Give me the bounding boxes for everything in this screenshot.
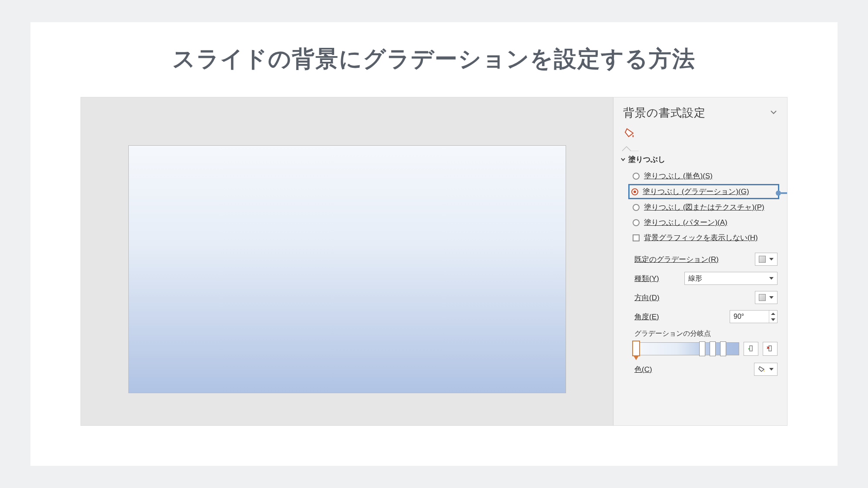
svg-rect-2 bbox=[750, 346, 752, 351]
gradient-direction-dropdown[interactable] bbox=[755, 291, 778, 304]
step-callout: 3 bbox=[778, 181, 787, 205]
dropdown-arrow-icon bbox=[769, 296, 774, 299]
gradient-angle-label: 角度(E) bbox=[634, 312, 659, 322]
format-background-pane: 背景の書式設定 塗りつぶし 塗 bbox=[613, 97, 787, 425]
swatch-icon bbox=[759, 294, 766, 301]
gradient-stops-label: グラデーションの分岐点 bbox=[634, 329, 778, 338]
dropdown-arrow-icon bbox=[769, 277, 774, 280]
radio-icon bbox=[633, 173, 640, 180]
preset-gradient-dropdown[interactable] bbox=[755, 253, 778, 266]
gradient-controls: 既定のグラデーション(R) 種類(Y) 線形 方向(D) bbox=[634, 253, 778, 376]
checkbox-label: 背景グラフィックを表示しない(H) bbox=[644, 233, 758, 243]
checkbox-hide-background-graphics[interactable]: 背景グラフィックを表示しない(H) bbox=[630, 231, 778, 245]
radio-icon bbox=[633, 204, 640, 211]
gradient-stops-slider[interactable] bbox=[634, 342, 739, 355]
svg-marker-8 bbox=[759, 367, 764, 371]
gradient-type-value: 線形 bbox=[688, 274, 702, 283]
radio-picture-fill[interactable]: 塗りつぶし (図またはテクスチャ)(P) bbox=[630, 200, 778, 214]
spinner-up-icon[interactable] bbox=[769, 311, 777, 317]
preset-gradient-label: 既定のグラデーション(R) bbox=[634, 254, 719, 264]
fill-options-group: 塗りつぶし (単色)(S) 塗りつぶし (グラデーション)(G) 塗りつぶし (… bbox=[630, 169, 778, 245]
collapse-pane-button[interactable] bbox=[770, 108, 778, 118]
radio-gradient-fill[interactable]: 塗りつぶし (グラデーション)(G) bbox=[628, 184, 779, 199]
radio-icon bbox=[633, 219, 640, 226]
gradient-stop-handle[interactable] bbox=[720, 341, 726, 356]
slide-canvas[interactable] bbox=[128, 145, 566, 393]
radio-solid-fill[interactable]: 塗りつぶし (単色)(S) bbox=[630, 169, 778, 183]
radio-label: 塗りつぶし (図またはテクスチャ)(P) bbox=[644, 202, 764, 212]
radio-label: 塗りつぶし (グラデーション)(G) bbox=[643, 187, 749, 197]
radio-pattern-fill[interactable]: 塗りつぶし (パターン)(A) bbox=[630, 215, 778, 230]
checkbox-icon bbox=[633, 234, 640, 241]
fill-bucket-icon[interactable] bbox=[623, 127, 636, 140]
gradient-direction-label: 方向(D) bbox=[634, 293, 660, 303]
gradient-stop-handle[interactable] bbox=[710, 341, 716, 356]
gradient-angle-value: 90° bbox=[730, 313, 769, 321]
gradient-color-label: 色(C) bbox=[634, 364, 652, 374]
add-gradient-stop-button[interactable] bbox=[744, 342, 758, 356]
radio-label: 塗りつぶし (パターン)(A) bbox=[644, 217, 727, 227]
remove-gradient-stop-button[interactable] bbox=[763, 342, 778, 356]
paint-bucket-icon bbox=[758, 365, 766, 373]
svg-marker-0 bbox=[625, 129, 633, 137]
gradient-stop-handle[interactable] bbox=[632, 341, 640, 356]
gradient-type-dropdown[interactable]: 線形 bbox=[684, 272, 778, 285]
tab-caret-icon bbox=[621, 146, 778, 152]
spinner-down-icon[interactable] bbox=[769, 317, 777, 323]
dropdown-arrow-icon bbox=[769, 368, 774, 371]
swatch-icon bbox=[759, 256, 766, 263]
page-title: スライドの背景にグラデーションを設定する方法 bbox=[80, 44, 788, 74]
fill-section-label: 塗りつぶし bbox=[628, 154, 665, 164]
dropdown-arrow-icon bbox=[769, 258, 774, 261]
slide-canvas-wrap bbox=[81, 97, 613, 425]
gradient-color-dropdown[interactable] bbox=[754, 363, 778, 376]
fill-section-header[interactable]: 塗りつぶし bbox=[620, 154, 778, 164]
gradient-type-label: 種類(Y) bbox=[634, 274, 659, 284]
radio-icon bbox=[631, 188, 638, 195]
pane-title: 背景の書式設定 bbox=[623, 105, 706, 120]
gradient-stop-handle[interactable] bbox=[699, 341, 705, 356]
callout-connector bbox=[781, 192, 787, 194]
powerpoint-area: 背景の書式設定 塗りつぶし 塗 bbox=[80, 97, 788, 426]
radio-label: 塗りつぶし (単色)(S) bbox=[644, 171, 713, 181]
article-card: スライドの背景にグラデーションを設定する方法 背景の書式設定 bbox=[30, 22, 838, 466]
gradient-angle-spinner[interactable]: 90° bbox=[730, 310, 778, 323]
